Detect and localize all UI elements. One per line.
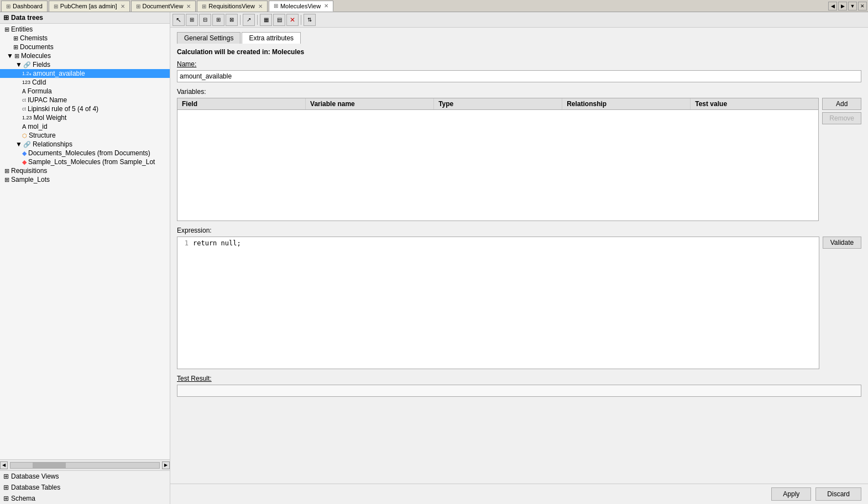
tab-nav-right[interactable]: ▶ — [838, 2, 847, 11]
tree-label-formula: Formula — [28, 87, 52, 95]
remove-button[interactable]: Remove — [822, 112, 861, 124]
toolbar-grid3-btn[interactable]: ⊞ — [212, 14, 224, 26]
tab-general-settings[interactable]: General Settings — [177, 32, 240, 44]
tab-moleculesview-close[interactable]: ✕ — [324, 3, 328, 9]
toolbar-grid2-btn[interactable]: ⊟ — [199, 14, 211, 26]
tree-icon-entities: ⊞ — [4, 26, 9, 33]
tree-item-formula[interactable]: A Formula — [0, 87, 170, 96]
validate-button[interactable]: Validate — [823, 237, 861, 249]
sidebar-item-database-tables[interactable]: ⊞ Database Tables — [0, 482, 170, 493]
sidebar-item-schema[interactable]: ⊞ Schema — [0, 493, 170, 504]
variables-label: Variables: — [177, 88, 861, 96]
scroll-right-arrow[interactable]: ▶ — [162, 461, 170, 469]
tree-icon-fields: 🔗 — [23, 61, 31, 69]
content-area: General Settings Extra attributes Calcul… — [170, 28, 868, 484]
scrollbar-thumb[interactable] — [33, 463, 66, 468]
tab-pubchem-close[interactable]: ✕ — [121, 3, 125, 9]
tree-item-samplemol[interactable]: ◆ Sample_Lots_Molecules (from Sample_Lot — [0, 158, 170, 166]
tab-documentview[interactable]: ⊞ DocumentView ✕ — [131, 1, 196, 12]
tab-moleculesview[interactable]: ⊞ MoleculesView ✕ — [269, 1, 333, 12]
sidebar-item-database-views[interactable]: ⊞ Database Views — [0, 471, 170, 482]
tree-label-documents: Documents — [20, 43, 54, 51]
tree-item-fields[interactable]: ▼ 🔗 Fields — [0, 60, 170, 69]
tree-icon-samplelots: ⊞ — [4, 176, 9, 183]
tree-icon-molecules: ⊞ — [14, 53, 19, 60]
tab-pubchem-label: PubChem [as admin] — [60, 3, 117, 9]
tree-item-lipinski[interactable]: ct Lipinski rule of 5 (4 of 4) — [0, 104, 170, 113]
discard-button[interactable]: Discard — [815, 487, 861, 501]
tree-icon-samplemol: ◆ — [22, 159, 27, 166]
tab-nav-left[interactable]: ◀ — [828, 2, 837, 11]
toolbar-sep1 — [240, 15, 240, 25]
left-panel-title: Data trees — [11, 14, 43, 22]
tree-label-lipinski: Lipinski rule of 5 (4 of 4) — [28, 105, 98, 113]
toolbar-x-btn[interactable]: ✕ — [286, 14, 299, 26]
variables-table-wrap: Field Variable name Type Relationship Te… — [177, 98, 861, 221]
tree-item-chemists[interactable]: ⊞ Chemists — [0, 34, 170, 43]
toolbar-grid4-btn[interactable]: ⊠ — [226, 14, 238, 26]
expression-section: Expression: 1 return null; Validate — [177, 227, 861, 369]
tree-item-requisitions[interactable]: ⊞ Requisitions — [0, 166, 170, 175]
tab-extra-attributes-label: Extra attributes — [249, 34, 294, 42]
tree-item-samplelots[interactable]: ⊞ Sample_Lots — [0, 175, 170, 184]
table-header-testvalue: Test value — [691, 98, 818, 109]
tree-icon-docmol: ◆ — [22, 150, 27, 157]
tab-pubchem[interactable]: ⊞ PubChem [as admin] ✕ — [49, 1, 130, 12]
tree-item-iupacname[interactable]: ct IUPAC Name — [0, 96, 170, 104]
toolbar-cursor-btn[interactable]: ↖ — [172, 14, 185, 26]
tree-item-structure[interactable]: ⬡ Structure — [0, 131, 170, 140]
left-panel-grid-icon: ⊞ — [3, 14, 9, 22]
apply-button[interactable]: Apply — [771, 487, 811, 501]
expression-editor[interactable]: 1 return null; — [177, 237, 819, 369]
schema-icon: ⊞ — [3, 495, 9, 502]
tab-dashboard-icon: ⊞ — [6, 3, 11, 9]
database-views-label: Database Views — [11, 473, 59, 480]
tab-nav-close[interactable]: ✕ — [858, 2, 867, 11]
tree-label-samplemol: Sample_Lots_Molecules (from Sample_Lot — [28, 158, 155, 166]
tab-requisitionsview-close[interactable]: ✕ — [258, 3, 263, 9]
scrollbar-track[interactable] — [10, 462, 160, 469]
tree-item-docmol[interactable]: ◆ Documents_Molecules (from Documents) — [0, 149, 170, 158]
tree-label-cdid: CdId — [32, 78, 46, 86]
database-tables-icon: ⊞ — [3, 484, 9, 491]
add-button[interactable]: Add — [822, 98, 861, 110]
tree-icon-requisitions: ⊞ — [4, 167, 9, 175]
name-input[interactable] — [177, 70, 861, 82]
toolbar-sort-btn[interactable]: ⇅ — [304, 14, 316, 26]
tree-label-entities: Entities — [11, 25, 33, 33]
tab-general-settings-label: General Settings — [184, 34, 233, 42]
tree-label-relationships: Relationships — [33, 140, 72, 148]
toolbar-bar1-btn[interactable]: ▦ — [260, 14, 272, 26]
tab-requisitionsview[interactable]: ⊞ RequisitionsView ✕ — [197, 1, 268, 12]
tree-item-molecules[interactable]: ▼ ⊞ Molecules — [0, 51, 170, 60]
toolbar-bar2-btn[interactable]: ▤ — [273, 14, 285, 26]
tree-item-molweight[interactable]: 1.23 Mol Weight — [0, 113, 170, 122]
test-result-input[interactable] — [177, 385, 861, 397]
toolbar-grid1-btn[interactable]: ⊞ — [186, 14, 198, 26]
main-layout: ⊞ Data trees ⊞ Entities ⊞ Chemists ⊞ Doc… — [0, 12, 868, 504]
table-header-varname: Variable name — [306, 98, 434, 109]
tab-extra-attributes[interactable]: Extra attributes — [242, 32, 301, 44]
tree-label-samplelots: Sample_Lots — [11, 176, 50, 183]
tree-item-entities[interactable]: ⊞ Entities — [0, 25, 170, 34]
tab-right-buttons: ◀ ▶ ▼ ✕ — [828, 2, 867, 11]
tree-icon-lipinski: ct — [22, 106, 26, 112]
line-number-1: 1 — [180, 239, 189, 247]
tree-item-documents[interactable]: ⊞ Documents — [0, 43, 170, 51]
grid1-icon: ⊞ — [190, 17, 194, 23]
tab-dashboard[interactable]: ⊞ Dashboard — [1, 1, 48, 12]
tree-item-amount-available[interactable]: 1.2ₒ amount_available — [0, 69, 170, 78]
left-panel-scrollbar[interactable]: ◀ ▶ — [0, 459, 170, 470]
toolbar-arrow-btn[interactable]: ↗ — [243, 14, 255, 26]
tab-documentview-close[interactable]: ✕ — [186, 3, 191, 9]
tree-item-relationships[interactable]: ▼ 🔗 Relationships — [0, 140, 170, 149]
tree-icon-documents: ⊞ — [13, 44, 18, 51]
left-panel-bottom: ⊞ Database Views ⊞ Database Tables ⊞ Sch… — [0, 470, 170, 504]
scroll-left-arrow[interactable]: ◀ — [0, 461, 8, 469]
tree-item-molid[interactable]: A mol_id — [0, 122, 170, 131]
toolbar-sep2 — [257, 15, 258, 25]
tab-requisitionsview-label: RequisitionsView — [208, 3, 255, 9]
database-tables-label: Database Tables — [11, 484, 60, 491]
tab-nav-down[interactable]: ▼ — [848, 2, 857, 11]
tree-item-cdid[interactable]: 123 CdId — [0, 78, 170, 87]
